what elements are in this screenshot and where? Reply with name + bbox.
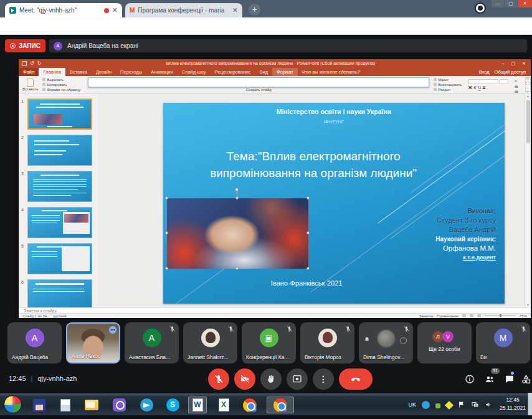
participant-tile-video[interactable]: ••• Алла Некос	[66, 322, 120, 364]
raise-hand-button[interactable]	[260, 368, 282, 390]
selection-handle[interactable]	[165, 267, 168, 270]
underline-button[interactable]: Ч	[478, 85, 480, 90]
zoom-slider[interactable]	[485, 315, 516, 316]
ppt-tab-home[interactable]: Главная	[39, 68, 65, 76]
taskbar-viber-icon[interactable]	[110, 397, 128, 413]
italic-button[interactable]: К	[474, 85, 477, 90]
cut-button[interactable]: Вырезать	[42, 78, 80, 82]
show-desktop-button[interactable]	[528, 393, 532, 415]
selection-handle[interactable]	[306, 231, 310, 234]
present-button[interactable]	[287, 368, 308, 390]
scrollbar-thumb[interactable]	[526, 100, 530, 143]
participant-tile[interactable]: Dima Shelingov...	[359, 322, 413, 364]
view-sorter-icon[interactable]	[470, 314, 473, 317]
start-button[interactable]	[4, 395, 22, 413]
language-indicator[interactable]: русский	[53, 314, 67, 318]
taskbar-chrome-active[interactable]: M	[267, 397, 294, 413]
activities-icon[interactable]	[520, 373, 532, 385]
taskbar-excel-icon[interactable]: X	[214, 397, 233, 413]
window-maximize-button[interactable]: ▢	[505, 0, 517, 7]
window-close-button[interactable]: ✕	[518, 0, 532, 7]
taskbar-chrome-icon[interactable]: M	[240, 397, 259, 413]
presenting-bar[interactable]: А Андрій Вацеба на екрані	[49, 39, 527, 52]
tab-meet[interactable]: Meet: "qjy-vnhh-azh" ✕	[5, 3, 122, 17]
participant-tile[interactable]: ▣ Конференції Ка...	[242, 322, 296, 364]
selection-handle[interactable]	[235, 196, 239, 200]
align-icons[interactable]: ≡ ≡ ≡	[515, 76, 519, 83]
taskbar-document-app[interactable]	[56, 397, 75, 413]
copy-button[interactable]: Копировать	[42, 83, 80, 87]
camera-off-button[interactable]	[234, 368, 255, 390]
selection-handle[interactable]	[165, 196, 168, 200]
volume-icon[interactable]	[485, 401, 492, 408]
bold-button[interactable]: Ж	[468, 85, 472, 90]
slide-thumbnail-2[interactable]	[27, 135, 92, 166]
tile-menu-icon[interactable]: •••	[109, 326, 116, 334]
tray-green-icon[interactable]	[435, 403, 440, 408]
selection-handle[interactable]	[306, 267, 310, 270]
reset-button[interactable]: Восстановить	[434, 83, 462, 87]
paste-button[interactable]: Вставить	[21, 77, 39, 92]
zoom-level[interactable]: 75%	[520, 314, 527, 318]
ppt-tab-review[interactable]: Рецензирование	[211, 68, 255, 76]
overflow-tile[interactable]: Л V Ще 22 особи	[417, 322, 472, 364]
chat-icon[interactable]	[503, 373, 516, 385]
ppt-tab-insert[interactable]: Вставка	[65, 68, 92, 76]
format-painter-button[interactable]: Формат по образцу	[42, 88, 80, 92]
participant-tile[interactable]: А Андрій Вацеба	[7, 322, 62, 364]
ppt-tab-slideshow[interactable]: Слайд-шоу	[178, 68, 211, 76]
shapes-gallery[interactable]: ▭ ◯ △ ☆	[525, 77, 531, 92]
participants-icon[interactable]	[483, 373, 496, 385]
ppt-close-icon[interactable]: ✕	[520, 61, 528, 66]
slide-image-sleeping-boy[interactable]	[167, 198, 308, 269]
taskbar-floppy-app[interactable]	[30, 397, 49, 413]
ppt-restore-icon[interactable]: ▢	[510, 61, 518, 66]
action-center-flag-icon[interactable]	[458, 401, 465, 408]
slide-thumbnail-1[interactable]	[27, 99, 92, 130]
ppt-tab-file[interactable]: Файл	[19, 68, 39, 76]
strikethrough-button[interactable]: S	[483, 85, 485, 90]
view-reading-icon[interactable]	[477, 314, 481, 317]
notes-bar[interactable]: Заметки к слайду	[19, 307, 531, 313]
ppt-tab-format[interactable]: Формат	[272, 68, 298, 76]
canvas-scrollbar[interactable]: ▲ ▼	[525, 94, 531, 307]
slide-thumbnail-6[interactable]	[27, 279, 92, 307]
ppt-sign-in[interactable]: Вход	[479, 69, 490, 75]
font-size-box[interactable]	[500, 79, 508, 84]
tray-diamond-icon[interactable]	[445, 401, 454, 410]
font-name-box[interactable]	[468, 79, 498, 84]
end-call-button[interactable]	[339, 368, 373, 390]
selection-handle[interactable]	[165, 231, 168, 234]
participant-tile[interactable]: Jannett Shakirz...	[183, 322, 237, 364]
new-slide-button[interactable]: Создать слайд	[87, 77, 430, 92]
slide-thumbnail-3[interactable]	[27, 171, 92, 202]
notes-toggle[interactable]: Заметки	[419, 314, 433, 318]
taskbar-telegram-icon[interactable]	[137, 397, 156, 413]
layout-button[interactable]: Макет	[434, 78, 462, 82]
selection-handle[interactable]	[235, 267, 239, 270]
meeting-details-icon[interactable]	[463, 373, 476, 385]
ppt-share-button[interactable]: Общий доступ	[495, 69, 526, 75]
participant-tile[interactable]: Вікторія Мороз	[300, 322, 354, 364]
ppt-tell-me-box[interactable]: Что вы хотите сделать?	[298, 68, 364, 76]
tab-gmail[interactable]: M Програма конференції - maria ✕	[125, 3, 242, 17]
selection-handle[interactable]	[306, 196, 310, 200]
view-normal-icon[interactable]	[462, 314, 466, 317]
comments-toggle[interactable]: Примечания	[437, 314, 458, 318]
tray-clock[interactable]: 12:45 25.11.2021	[500, 396, 526, 412]
window-minimize-button[interactable]: —	[492, 0, 504, 7]
taskbar-word-icon[interactable]: W	[188, 397, 207, 413]
save-icon[interactable]	[22, 61, 27, 66]
ppt-tab-animations[interactable]: Анимации	[146, 68, 177, 76]
language-indicator[interactable]: UK	[408, 402, 416, 408]
rotate-handle[interactable]	[235, 188, 239, 191]
more-options-button[interactable]: ⋮	[313, 368, 334, 390]
tab-close-icon[interactable]: ✕	[232, 6, 238, 14]
tab-close-icon[interactable]: ✕	[112, 6, 118, 14]
taskbar-folder[interactable]	[82, 397, 101, 413]
self-tile[interactable]: M Ви	[476, 322, 530, 364]
network-icon[interactable]	[471, 401, 479, 408]
new-tab-button[interactable]: +	[249, 4, 260, 16]
list-icons[interactable]: ☰ ☰ ☰	[515, 84, 519, 94]
slide-thumbnail-5[interactable]	[27, 243, 92, 274]
